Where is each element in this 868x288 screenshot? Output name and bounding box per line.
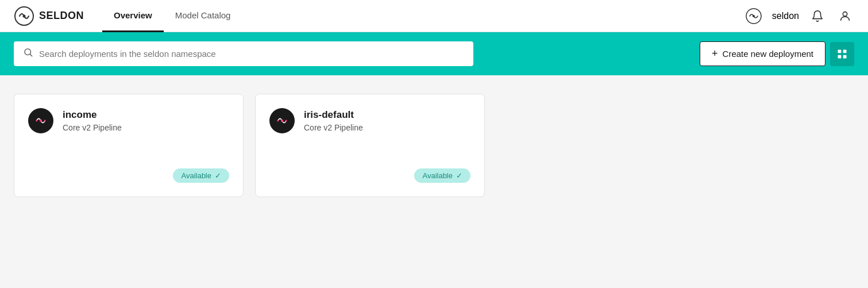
card-header: iris-default Core v2 Pipeline	[269, 108, 470, 133]
create-label: Create new deployment	[723, 49, 813, 59]
svg-rect-7	[843, 49, 847, 53]
deployment-card-iris-default[interactable]: iris-default Core v2 Pipeline Available …	[255, 94, 485, 197]
svg-point-3	[753, 15, 755, 17]
logo[interactable]: SELDON	[14, 6, 84, 26]
create-deployment-button[interactable]: + Create new deployment	[700, 41, 825, 66]
svg-point-13	[281, 120, 283, 122]
check-icon: ✓	[215, 171, 221, 180]
grid-view-button[interactable]	[830, 42, 854, 66]
search-bar: + Create new deployment	[0, 32, 868, 75]
deployment-icon	[28, 108, 53, 133]
navbar: SELDON Overview Model Catalog seldon	[0, 0, 868, 32]
search-icon	[23, 47, 33, 60]
card-info: iris-default Core v2 Pipeline	[304, 109, 363, 132]
deployments-grid: income Core v2 Pipeline Available ✓	[0, 75, 868, 216]
status-text: Available	[181, 171, 211, 180]
grid-icon	[836, 48, 848, 60]
check-icon: ✓	[456, 171, 462, 180]
app-name: SELDON	[39, 10, 84, 22]
nav-tabs: Overview Model Catalog	[102, 0, 744, 32]
user-profile-icon[interactable]	[836, 7, 854, 25]
deployment-card-income[interactable]: income Core v2 Pipeline Available ✓	[14, 94, 244, 197]
deployment-name: iris-default	[304, 109, 363, 121]
deployment-icon	[269, 108, 295, 133]
svg-rect-6	[838, 49, 842, 53]
seldon-logo-icon	[14, 6, 34, 26]
tab-overview[interactable]: Overview	[102, 0, 164, 32]
search-wrapper	[14, 41, 473, 66]
status-text: Available	[422, 171, 453, 180]
navbar-right: seldon	[744, 7, 854, 25]
deployment-name: income	[63, 109, 122, 121]
card-footer: Available ✓	[269, 141, 470, 183]
svg-point-1	[23, 14, 26, 17]
search-input[interactable]	[39, 49, 464, 59]
card-header: income Core v2 Pipeline	[28, 108, 229, 133]
deployment-type: Core v2 Pipeline	[63, 123, 122, 132]
svg-point-14	[277, 120, 279, 122]
status-badge: Available ✓	[173, 168, 229, 183]
deployment-type: Core v2 Pipeline	[304, 123, 363, 132]
svg-point-10	[40, 120, 42, 122]
create-icon: +	[712, 48, 718, 60]
card-info: income Core v2 Pipeline	[63, 109, 122, 132]
card-footer: Available ✓	[28, 141, 229, 183]
svg-point-15	[286, 120, 287, 122]
svg-rect-9	[843, 55, 847, 58]
seldon-avatar-icon[interactable]	[744, 7, 763, 25]
notifications-icon[interactable]	[808, 7, 827, 25]
user-display[interactable]: seldon	[772, 11, 799, 21]
svg-rect-8	[838, 55, 842, 58]
svg-point-12	[44, 120, 46, 122]
search-bar-right: + Create new deployment	[700, 41, 854, 66]
tab-model-catalog[interactable]: Model Catalog	[164, 0, 242, 32]
username: seldon	[772, 11, 799, 21]
svg-point-4	[843, 11, 847, 16]
svg-point-11	[36, 120, 37, 122]
status-badge: Available ✓	[414, 168, 470, 183]
